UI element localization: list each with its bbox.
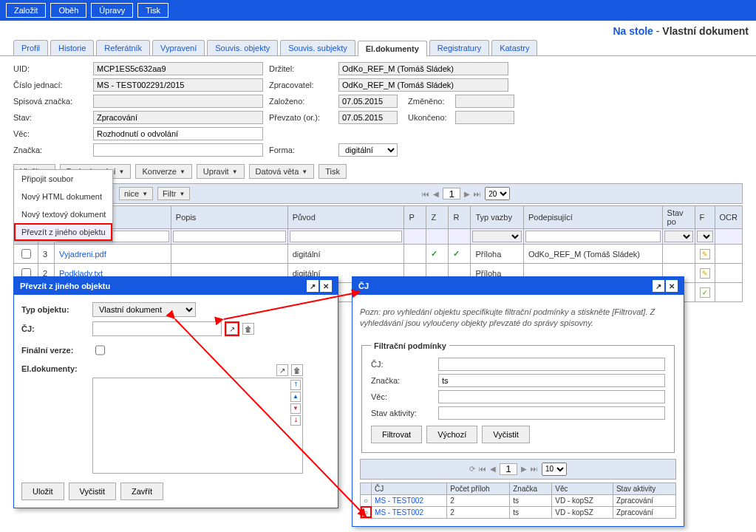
top-btn-1[interactable]: Oběh [50,3,86,18]
row-podep: OdKo_REF_M (Tomáš Sládek) [523,245,662,264]
tab-historie[interactable]: Historie [50,40,94,55]
chevron-down-icon: ▼ [180,168,185,175]
row-f[interactable]: ✓ [695,283,715,302]
row-ocr [715,264,742,283]
grid-filter-bar: nice▼ Filtr▼ ⏮ ◀ ▶ ⏭ 20 [13,183,743,204]
znacka-field[interactable] [93,143,263,157]
dropdown-prevzit[interactable]: Převzít z jiného objektu [14,223,112,241]
tab-eldokumenty[interactable]: El.dokumenty [358,41,427,56]
forma-select[interactable]: digitální [338,143,398,157]
col-typ[interactable]: Typ vazby [471,206,524,229]
close-icon[interactable]: ✕ [666,280,678,292]
expand-icon[interactable]: ↗ [653,280,664,292]
row-f[interactable]: ✎ [695,264,715,283]
zprac-field [338,78,508,92]
col-puvod[interactable]: Původ [287,206,404,229]
cj-panel-header[interactable]: ČJ ↗ ✕ [353,277,684,295]
stav-label: Stav: [13,113,90,122]
pager-next-icon[interactable]: ▶ [464,190,470,198]
vec-label: Věc: [13,129,90,138]
sz-label: Spisová značka: [13,97,90,106]
col-podep[interactable]: Podepisující [523,206,662,229]
datova-veta-button[interactable]: Datová věta▼ [249,164,315,179]
row-num: 3 [38,245,55,264]
dropdown-pripojit[interactable]: Připojit soubor [14,170,112,188]
filter-f[interactable] [697,231,713,242]
row-r: ✓ [449,245,471,264]
doc-toolbar: Vložit▼ Podepisování▼ Konverze▼ Upravit▼… [0,161,756,182]
cj-panel: ČJ ↗ ✕ Pozn: pro vyhledání objektu speci… [352,276,684,302]
filter-podep[interactable] [525,231,661,242]
chevron-down-icon: ▼ [142,191,148,197]
col-popis[interactable]: Popis [171,206,287,229]
chevron-down-icon: ▼ [179,191,185,197]
tab-profil[interactable]: Profil [13,40,48,55]
vec-field[interactable] [93,127,263,140]
pager-page-input[interactable] [443,188,460,200]
row-z: ✓ [426,245,449,264]
top-btn-3[interactable]: Tisk [137,3,168,18]
tab-souvis-subjekty[interactable]: Souvis. subjekty [280,40,355,55]
stranice-button[interactable]: nice▼ [119,187,153,200]
tab-vypraveni[interactable]: Vypravení [152,40,205,55]
tabs: Profil Historie Referátník Vypravení Sou… [0,38,756,56]
tisk-button[interactable]: Tisk [319,164,347,179]
prevzit-panel-header[interactable]: Převzít z jiného objektu ↗ ✕ [14,277,338,295]
close-icon[interactable]: ✕ [320,280,332,292]
grid-pager: ⏮ ◀ ▶ ⏭ 20 [422,187,510,200]
forma-label: Forma: [269,146,336,154]
tab-registratury[interactable]: Registratury [429,40,489,55]
drzitel-field [338,62,508,75]
row-nazev-link[interactable]: Vyjadreni.pdf [59,250,106,259]
filter-stav[interactable] [664,231,693,242]
filter-typ[interactable] [472,231,522,242]
col-z[interactable]: Z [426,206,449,229]
top-btn-0[interactable]: Založit [6,3,46,18]
meta-section: UID: Číslo jednací: Spisová značka: Stav… [0,56,756,161]
tab-katastry[interactable]: Katastry [491,40,537,55]
col-stav[interactable]: Stav po [662,206,695,229]
page-title: Na stole - Vlastní dokument [0,21,756,38]
row-p [404,245,426,264]
col-r[interactable]: R [449,206,471,229]
ukonceno-label: Ukončeno: [408,113,452,122]
col-ocr[interactable]: OCR [715,206,742,229]
filtr-button[interactable]: Filtr▼ [157,187,190,200]
tab-referatnik[interactable]: Referátník [96,40,150,55]
upravit-button[interactable]: Upravit▼ [197,164,245,179]
row-puvod: digitální [287,245,404,264]
vlozit-dropdown: Připojit soubor Nový HTML dokument Nový … [13,169,113,242]
col-f[interactable]: F [695,206,715,229]
top-menu: Založit Oběh Úpravy Tisk [0,0,756,21]
konverze-button[interactable]: Konverze▼ [135,164,191,179]
col-p[interactable]: P [404,206,426,229]
prevzit-panel: Převzít z jiného objektu ↗ ✕ Typ objektu… [13,276,338,302]
uid-field [93,62,263,75]
row-popis [171,245,287,264]
prevzit-panel-title: Převzít z jiného objektu [20,282,110,290]
filter-puvod[interactable] [290,231,403,242]
dropdown-novy-html[interactable]: Nový HTML dokument [14,188,112,205]
pager-prev-icon[interactable]: ◀ [433,190,439,198]
row-f[interactable]: ✎ [695,245,715,264]
pager-last-icon[interactable]: ⏭ [474,190,481,198]
prevzato-field [338,111,398,124]
zmeneno-label: Změněno: [408,97,452,106]
zprac-label: Zpracovatel: [269,81,336,89]
dropdown-novy-text[interactable]: Nový textový dokument [14,205,112,223]
row-ocr [715,283,742,302]
cj-label: Číslo jednací: [13,81,90,89]
tab-souvis-objekty[interactable]: Souvis. objekty [207,40,278,55]
table-row[interactable]: 3 Vyjadreni.pdf digitální ✓ ✓ Příloha Od… [14,245,743,264]
prevzato-label: Převzato (or.): [269,113,336,122]
ukonceno-field [455,111,514,124]
pager-perpage-select[interactable]: 20 [485,187,510,200]
filter-popis[interactable] [173,231,286,242]
zmeneno-field [455,95,514,108]
pager-first-icon[interactable]: ⏮ [422,190,429,198]
row-checkbox[interactable] [21,249,31,259]
expand-icon[interactable]: ↗ [307,280,319,292]
top-btn-2[interactable]: Úpravy [91,3,133,18]
cj-panel-title: ČJ [358,282,369,290]
row-stav [662,245,695,264]
